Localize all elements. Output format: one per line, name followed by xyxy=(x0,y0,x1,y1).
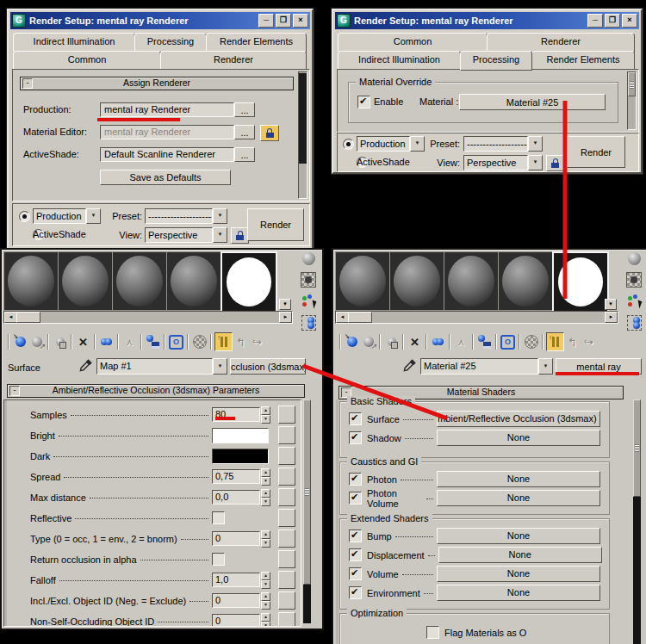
viewport-lock-button[interactable] xyxy=(546,155,564,171)
view-dropdown[interactable]: Perspective ▼ xyxy=(145,227,227,243)
rollout-vertical-scrollbar[interactable] xyxy=(633,399,641,644)
spinner-down-icon[interactable]: ▼ xyxy=(261,415,270,424)
map-slot-button[interactable] xyxy=(278,426,295,444)
chevron-down-icon[interactable]: ▼ xyxy=(213,358,227,375)
chevron-down-icon[interactable]: ▼ xyxy=(528,155,543,170)
tab-indirect-illumination[interactable]: Indirect Illumination xyxy=(13,33,135,53)
spinner-down-icon[interactable]: ▼ xyxy=(261,498,270,506)
material-editor-browse-button[interactable]: ... xyxy=(234,125,255,139)
non-self-occluding-input[interactable]: 0 xyxy=(212,614,260,627)
material-override-button[interactable]: Material #25 xyxy=(459,94,606,110)
preset-dropdown[interactable]: ------------------------ ▼ xyxy=(145,208,227,224)
chevron-down-icon[interactable]: ▼ xyxy=(86,208,101,224)
shadow-checkbox[interactable] xyxy=(349,431,362,444)
production-dropdown[interactable]: Production ▼ xyxy=(357,136,425,152)
chevron-down-icon[interactable]: ▼ xyxy=(213,208,227,224)
spinner-up-icon[interactable]: ▲ xyxy=(261,406,270,415)
production-radio[interactable] xyxy=(19,211,30,222)
displacement-shader-button[interactable]: None xyxy=(438,547,602,563)
photon-volume-checkbox[interactable] xyxy=(349,492,362,505)
spread-input[interactable]: 0,75 xyxy=(212,469,260,484)
surface-checkbox[interactable] xyxy=(349,412,362,425)
titlebar[interactable]: G Render Setup: mental ray Renderer — ❐ … xyxy=(10,12,310,29)
map-slot-button[interactable] xyxy=(278,529,295,548)
vertical-scrollbar[interactable] xyxy=(298,71,307,199)
tab-render-elements[interactable]: Render Elements xyxy=(206,33,307,53)
scrollbar-thumb[interactable] xyxy=(628,72,636,96)
spinner-up-icon[interactable]: ▲ xyxy=(261,613,270,622)
preset-dropdown[interactable]: ------------------------ ▼ xyxy=(463,136,543,152)
map-slot-button[interactable] xyxy=(278,488,295,506)
shadow-shader-button[interactable]: None xyxy=(437,430,600,446)
render-button[interactable]: Render xyxy=(567,136,625,168)
samples-input[interactable]: 80 xyxy=(212,407,260,422)
max-distance-input[interactable]: 0,0 xyxy=(212,490,260,505)
production-dropdown[interactable]: Production ▼ xyxy=(33,208,101,224)
map-slot-button[interactable] xyxy=(278,406,295,424)
view-dropdown[interactable]: Perspective ▼ xyxy=(463,155,543,170)
titlebar[interactable]: G Render Setup: mental ray Renderer — ❐ … xyxy=(335,12,639,29)
map-slot-button[interactable] xyxy=(278,509,295,527)
tab-common[interactable]: Common xyxy=(13,51,161,71)
dark-color-swatch[interactable] xyxy=(212,449,269,464)
photon-shader-button[interactable]: None xyxy=(437,471,600,487)
save-as-defaults-button[interactable]: Save as Defaults xyxy=(100,170,231,185)
map-type-button[interactable]: cclusion (3dsmax) xyxy=(230,358,306,375)
photon-volume-shader-button[interactable]: None xyxy=(437,490,600,506)
tab-renderer[interactable]: Renderer xyxy=(160,51,307,71)
spinner-down-icon[interactable]: ▼ xyxy=(261,477,270,486)
production-browse-button[interactable]: ... xyxy=(234,102,255,117)
scrollbar-thumb[interactable] xyxy=(303,399,311,585)
spinner-down-icon[interactable]: ▼ xyxy=(261,601,270,610)
material-type-button[interactable]: mental ray xyxy=(556,358,642,375)
map-slot-button[interactable] xyxy=(278,447,295,465)
chevron-down-icon[interactable]: ▼ xyxy=(528,136,543,152)
rollout-vertical-scrollbar[interactable] xyxy=(303,399,311,623)
flag-materials-checkbox[interactable] xyxy=(426,626,439,639)
render-button[interactable]: Render xyxy=(247,208,304,241)
spinner-up-icon[interactable]: ▲ xyxy=(261,572,270,580)
spinner-down-icon[interactable]: ▼ xyxy=(261,580,270,589)
close-button[interactable]: × xyxy=(293,14,308,28)
tab-render-elements[interactable]: Render Elements xyxy=(531,51,635,71)
material-name-dropdown[interactable]: Material #25 ▼ xyxy=(420,358,553,375)
scrollbar-thumb[interactable] xyxy=(633,399,641,497)
falloff-input[interactable]: 1,0 xyxy=(212,573,260,587)
collapse-icon[interactable]: - xyxy=(22,78,33,89)
map-slot-button[interactable] xyxy=(278,571,295,589)
assign-renderer-rollout-header[interactable]: - Assign Renderer xyxy=(20,77,294,90)
surface-shader-button[interactable]: mbient/Reflective Occlusion (3dsmax) ) xyxy=(437,411,600,427)
spinner-down-icon[interactable]: ▼ xyxy=(261,539,270,548)
viewport-lock-button[interactable] xyxy=(231,227,249,244)
material-editor-lock-button[interactable] xyxy=(260,125,279,141)
tab-processing-active[interactable]: Processing xyxy=(460,51,532,71)
spinner-up-icon[interactable]: ▲ xyxy=(261,530,270,539)
spinner-up-icon[interactable]: ▲ xyxy=(261,468,270,477)
tab-common[interactable]: Common xyxy=(338,33,488,53)
type-input[interactable]: 0 xyxy=(212,531,260,546)
production-radio[interactable] xyxy=(343,139,354,150)
vertical-scrollbar[interactable] xyxy=(627,71,637,130)
volume-checkbox[interactable] xyxy=(349,567,362,580)
reflective-checkbox[interactable] xyxy=(212,511,225,524)
bump-shader-button[interactable]: None xyxy=(437,528,600,544)
tab-processing[interactable]: Processing xyxy=(134,33,207,53)
minimize-button[interactable]: — xyxy=(587,14,603,28)
parameters-rollout-header[interactable]: - Ambient/Reflective Occlusion (3dsmax) … xyxy=(7,384,305,398)
activeshade-browse-button[interactable]: ... xyxy=(234,147,255,162)
spinner-up-icon[interactable]: ▲ xyxy=(261,592,270,601)
close-button[interactable]: × xyxy=(622,14,637,28)
displacement-checkbox[interactable] xyxy=(349,548,362,561)
collapse-icon[interactable]: - xyxy=(9,386,20,396)
scrollbar-thumb[interactable] xyxy=(299,73,307,164)
tab-renderer[interactable]: Renderer xyxy=(487,33,635,53)
maximize-button[interactable]: ❐ xyxy=(276,14,291,28)
enable-checkbox[interactable] xyxy=(357,96,370,108)
tab-indirect-illumination[interactable]: Indirect Illumination xyxy=(338,51,461,71)
return-occlusion-checkbox[interactable] xyxy=(212,553,225,566)
bump-checkbox[interactable] xyxy=(349,529,362,542)
map-name-dropdown[interactable]: Map #1 ▼ xyxy=(96,358,227,375)
chevron-down-icon[interactable]: ▼ xyxy=(410,136,425,152)
environment-shader-button[interactable]: None xyxy=(437,585,600,601)
map-slot-button[interactable] xyxy=(278,591,295,610)
